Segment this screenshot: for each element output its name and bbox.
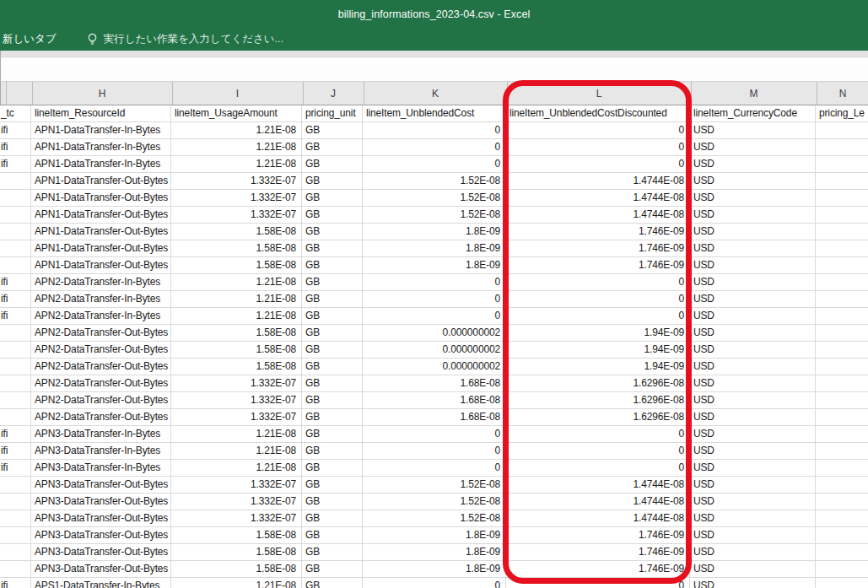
cell-k[interactable]: 0 bbox=[363, 156, 506, 172]
cell-m[interactable]: USD bbox=[690, 561, 816, 577]
cell-n[interactable] bbox=[816, 544, 868, 560]
cell-j[interactable]: GB bbox=[302, 375, 363, 391]
cell-n[interactable] bbox=[816, 308, 868, 324]
cell-k[interactable]: 1.68E-08 bbox=[363, 409, 506, 425]
cell-n[interactable] bbox=[816, 190, 868, 206]
cell-g[interactable]: ifi bbox=[0, 578, 31, 588]
cell-g[interactable] bbox=[0, 359, 31, 375]
cell-j[interactable]: GB bbox=[302, 122, 363, 138]
cell-n[interactable] bbox=[816, 443, 868, 459]
cell-j[interactable]: GB bbox=[302, 510, 363, 526]
cell-j[interactable]: GB bbox=[302, 325, 363, 341]
cell-n[interactable] bbox=[816, 426, 868, 442]
cell-g[interactable] bbox=[0, 342, 31, 358]
cell-g[interactable] bbox=[0, 257, 31, 273]
column-header-I[interactable]: I bbox=[172, 82, 303, 105]
cell-m[interactable]: USD bbox=[690, 190, 816, 206]
cell-j[interactable]: GB bbox=[302, 392, 363, 408]
cell-n[interactable] bbox=[816, 224, 868, 240]
cell-g[interactable] bbox=[0, 207, 31, 223]
formula-bar-area[interactable] bbox=[0, 57, 868, 82]
cell-m[interactable]: USD bbox=[690, 122, 816, 138]
cell-j[interactable]: GB bbox=[302, 257, 363, 273]
cell-n[interactable] bbox=[816, 578, 868, 588]
cell-i-header[interactable]: lineItem_UsageAmount bbox=[171, 105, 302, 121]
cell-i[interactable]: 1.332E-07 bbox=[171, 392, 302, 408]
cell-l[interactable]: 1.746E-09 bbox=[506, 257, 690, 273]
cell-n[interactable] bbox=[816, 561, 868, 577]
cell-k[interactable]: 1.8E-09 bbox=[363, 544, 506, 560]
cell-h[interactable]: APN2-DataTransfer-In-Bytes bbox=[31, 308, 171, 324]
cell-i[interactable]: 1.58E-08 bbox=[171, 257, 302, 273]
cell-h[interactable]: APN1-DataTransfer-In-Bytes bbox=[31, 156, 171, 172]
cell-l[interactable]: 1.4744E-08 bbox=[506, 173, 690, 189]
cell-i[interactable]: 1.58E-08 bbox=[171, 561, 302, 577]
cell-i[interactable]: 1.21E-08 bbox=[171, 308, 302, 324]
cell-j[interactable]: GB bbox=[302, 426, 363, 442]
cell-j[interactable]: GB bbox=[302, 578, 363, 588]
cell-m[interactable]: USD bbox=[690, 409, 816, 425]
cell-h[interactable]: APN1-DataTransfer-Out-Bytes bbox=[31, 207, 171, 223]
cell-n[interactable] bbox=[816, 207, 868, 223]
cell-k[interactable]: 0 bbox=[363, 122, 506, 138]
cell-i[interactable]: 1.21E-08 bbox=[171, 460, 302, 476]
cell-j[interactable]: GB bbox=[302, 190, 363, 206]
cell-h[interactable]: APN1-DataTransfer-Out-Bytes bbox=[31, 257, 171, 273]
cell-l[interactable]: 0 bbox=[506, 426, 690, 442]
cell-j-header[interactable]: pricing_unit bbox=[302, 105, 363, 121]
cell-g[interactable] bbox=[0, 544, 31, 560]
cell-n[interactable] bbox=[816, 375, 868, 391]
cell-n[interactable] bbox=[816, 156, 868, 172]
cell-i[interactable]: 1.21E-08 bbox=[171, 274, 302, 290]
cell-l[interactable]: 1.746E-09 bbox=[506, 544, 690, 560]
cell-m[interactable]: USD bbox=[690, 274, 816, 290]
cell-k[interactable]: 1.68E-08 bbox=[363, 375, 506, 391]
cell-k[interactable]: 0.000000002 bbox=[363, 342, 506, 358]
cell-i[interactable]: 1.332E-07 bbox=[171, 173, 302, 189]
cell-j[interactable]: GB bbox=[302, 207, 363, 223]
cell-h[interactable]: APN3-DataTransfer-In-Bytes bbox=[31, 460, 171, 476]
cell-m[interactable]: USD bbox=[690, 291, 816, 307]
cell-l[interactable]: 1.94E-09 bbox=[506, 342, 690, 358]
cell-k-header[interactable]: lineItem_UnblendedCost bbox=[363, 105, 506, 121]
cell-k[interactable]: 1.52E-08 bbox=[363, 190, 506, 206]
cell-g[interactable]: ifi bbox=[0, 139, 31, 155]
cell-l[interactable]: 1.6296E-08 bbox=[506, 392, 690, 408]
cell-j[interactable]: GB bbox=[302, 291, 363, 307]
cell-i[interactable]: 1.21E-08 bbox=[171, 156, 302, 172]
cell-l[interactable]: 1.746E-09 bbox=[506, 561, 690, 577]
cell-k[interactable]: 0 bbox=[363, 443, 506, 459]
cell-k[interactable]: 1.52E-08 bbox=[363, 173, 506, 189]
cell-l[interactable]: 0 bbox=[506, 122, 690, 138]
cell-m[interactable]: USD bbox=[690, 308, 816, 324]
cell-n[interactable] bbox=[816, 325, 868, 341]
cell-g[interactable] bbox=[0, 375, 31, 391]
cell-i[interactable]: 1.332E-07 bbox=[171, 409, 302, 425]
cell-l[interactable]: 1.6296E-08 bbox=[506, 409, 690, 425]
cell-m[interactable]: USD bbox=[690, 207, 816, 223]
cell-n[interactable] bbox=[816, 257, 868, 273]
cell-n[interactable] bbox=[816, 240, 868, 256]
cell-j[interactable]: GB bbox=[302, 274, 363, 290]
cell-k[interactable]: 0 bbox=[363, 426, 506, 442]
cell-j[interactable]: GB bbox=[302, 139, 363, 155]
cell-i[interactable]: 1.332E-07 bbox=[171, 477, 302, 493]
cell-i[interactable]: 1.332E-07 bbox=[171, 190, 302, 206]
cell-k[interactable]: 1.8E-09 bbox=[363, 527, 506, 543]
cell-n[interactable] bbox=[816, 139, 868, 155]
cell-k[interactable]: 0 bbox=[363, 274, 506, 290]
cell-i[interactable]: 1.58E-08 bbox=[171, 325, 302, 341]
cell-n[interactable] bbox=[816, 342, 868, 358]
cell-l[interactable]: 1.4744E-08 bbox=[506, 494, 690, 510]
cell-k[interactable]: 0 bbox=[363, 460, 506, 476]
cell-i[interactable]: 1.332E-07 bbox=[171, 494, 302, 510]
cell-j[interactable]: GB bbox=[302, 156, 363, 172]
cell-n[interactable] bbox=[816, 173, 868, 189]
cell-j[interactable]: GB bbox=[302, 240, 363, 256]
cell-m[interactable]: USD bbox=[690, 139, 816, 155]
cell-h[interactable]: APN3-DataTransfer-Out-Bytes bbox=[31, 494, 171, 510]
cell-m[interactable]: USD bbox=[690, 257, 816, 273]
cell-m[interactable]: USD bbox=[690, 494, 816, 510]
cell-k[interactable]: 1.8E-09 bbox=[363, 224, 506, 240]
cell-g[interactable]: ifi bbox=[0, 274, 31, 290]
